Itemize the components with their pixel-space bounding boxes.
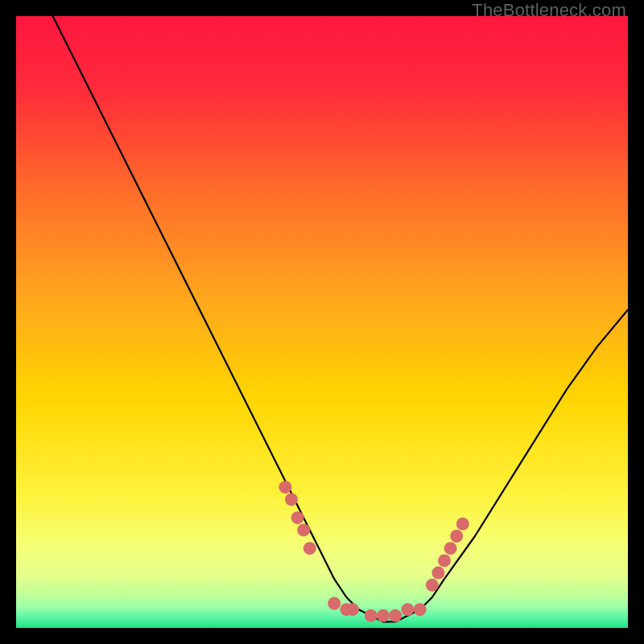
bottleneck-chart xyxy=(16,16,628,628)
marker-dot xyxy=(365,609,378,622)
marker-dot xyxy=(377,609,390,622)
marker-dot xyxy=(328,597,341,610)
marker-dot xyxy=(414,603,427,616)
marker-dot xyxy=(426,579,439,592)
marker-dot xyxy=(438,554,451,567)
marker-dot xyxy=(450,530,463,543)
gradient-background xyxy=(16,16,628,628)
marker-dot xyxy=(444,542,457,555)
chart-frame xyxy=(16,16,628,628)
watermark-text: TheBottleneck.com xyxy=(472,0,626,21)
marker-dot xyxy=(346,603,359,616)
marker-dot xyxy=(279,481,291,493)
marker-dot xyxy=(285,493,298,506)
marker-dot xyxy=(389,609,402,622)
marker-dot xyxy=(297,523,310,536)
marker-dot xyxy=(431,567,444,580)
marker-dot xyxy=(456,518,469,530)
marker-dot xyxy=(401,603,414,616)
marker-dot xyxy=(303,542,316,555)
marker-dot xyxy=(291,511,304,524)
